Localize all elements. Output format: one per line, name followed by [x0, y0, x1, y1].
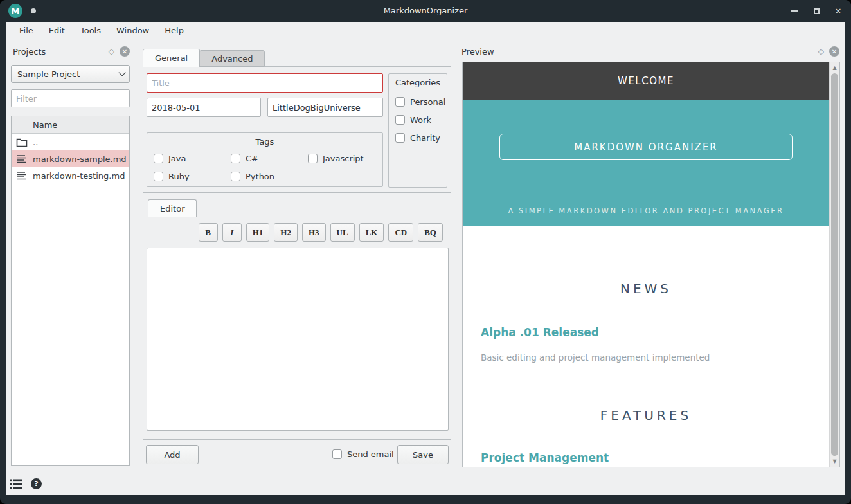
- close-icon[interactable]: ✕: [833, 6, 843, 16]
- h2-button[interactable]: H2: [274, 223, 298, 242]
- checkbox-ruby[interactable]: Ruby: [154, 172, 190, 181]
- help-icon[interactable]: ?: [31, 478, 42, 489]
- checkbox-label: Personal: [410, 97, 445, 107]
- file-name: markdown-sample.md: [33, 154, 127, 164]
- checkbox-python[interactable]: Python: [231, 172, 274, 181]
- menu-help[interactable]: Help: [157, 22, 192, 40]
- feature-item-title: Project Management: [481, 451, 609, 464]
- tags-label: Tags: [147, 133, 382, 147]
- checkbox-label: C#: [246, 154, 258, 163]
- author-field[interactable]: [267, 98, 383, 117]
- chevron-down-icon: [118, 69, 125, 76]
- preview-welcome-banner: WELCOME: [463, 62, 829, 100]
- checkbox-label: Work: [410, 115, 431, 125]
- h1-button[interactable]: H1: [246, 223, 270, 242]
- preview-panel: WELCOME MARKDOWN ORGANIZER A SIMPLE MARK…: [462, 62, 840, 467]
- categories-group: Categories Personal Work Charity: [388, 73, 447, 188]
- list-item-markdown-sample[interactable]: markdown-sample.md: [12, 150, 129, 167]
- filter-input[interactable]: [11, 89, 130, 107]
- file-name: markdown-testing.md: [33, 171, 125, 181]
- preview-document: WELCOME MARKDOWN ORGANIZER A SIMPLE MARK…: [463, 62, 829, 467]
- checkbox-icon: [332, 449, 342, 459]
- add-button[interactable]: Add: [146, 445, 199, 464]
- bold-button[interactable]: B: [199, 223, 218, 242]
- tab-general[interactable]: General: [143, 49, 200, 67]
- file-icon: [16, 154, 28, 164]
- statusbar: ?: [6, 473, 845, 495]
- preview-dock-header: Preview ◇ ✕: [461, 44, 839, 59]
- tab-editor[interactable]: Editor: [148, 199, 197, 217]
- menu-tools[interactable]: Tools: [73, 22, 109, 40]
- editor-panel: B I H1 H2 H3 UL LK CD BQ: [143, 217, 451, 440]
- titlebar: M MarkdownOrganizer ✕: [0, 0, 851, 22]
- scroll-up-icon[interactable]: ▲: [830, 63, 839, 73]
- categories-label: Categories: [389, 74, 447, 87]
- menu-window[interactable]: Window: [109, 22, 157, 40]
- projects-dock-header: Projects ◇ ✕: [13, 44, 130, 59]
- tags-group: Tags Java C# Javascript Ruby: [147, 132, 383, 187]
- blockquote-button[interactable]: BQ: [418, 223, 443, 242]
- h3-button[interactable]: H3: [302, 223, 326, 242]
- list-item-markdown-testing[interactable]: markdown-testing.md: [12, 167, 129, 184]
- window-title: MarkdownOrganizer: [0, 0, 851, 22]
- checkbox-work[interactable]: Work: [395, 115, 431, 125]
- list-item-parent-dir[interactable]: ..: [12, 134, 129, 150]
- news-item-body: Basic editing and project management imp…: [481, 352, 710, 363]
- checkbox-personal[interactable]: Personal: [395, 97, 445, 107]
- close-dock-icon[interactable]: ✕: [120, 46, 130, 57]
- news-item-title: Alpha .01 Released: [481, 326, 599, 339]
- checkbox-label: Charity: [410, 133, 440, 143]
- maximize-icon[interactable]: [811, 6, 821, 16]
- preview-hero-subtitle: A SIMPLE MARKDOWN EDITOR AND PROJECT MAN…: [463, 206, 829, 215]
- close-dock-icon[interactable]: ✕: [829, 46, 839, 57]
- app-body: File Edit Tools Window Help Projects ◇ ✕…: [6, 22, 845, 495]
- italic-button[interactable]: I: [222, 223, 242, 242]
- checkbox-label: Send email: [347, 449, 394, 459]
- list-header-name: Name: [12, 116, 129, 134]
- tab-advanced[interactable]: Advanced: [199, 50, 265, 67]
- date-field[interactable]: [147, 98, 261, 117]
- title-field[interactable]: [147, 73, 383, 93]
- minimize-icon[interactable]: [789, 6, 800, 16]
- link-button[interactable]: LK: [359, 223, 384, 242]
- checkbox-icon: [308, 154, 318, 163]
- save-button[interactable]: Save: [397, 445, 449, 464]
- file-icon: [16, 170, 28, 181]
- unordered-list-button[interactable]: UL: [330, 223, 355, 242]
- checkbox-label: Java: [168, 154, 186, 163]
- checkbox-icon: [395, 97, 405, 107]
- view-list-icon[interactable]: [10, 478, 22, 490]
- scrollbar-thumb[interactable]: [831, 73, 838, 456]
- form-tabs: General Advanced: [143, 49, 265, 67]
- checkbox-label: Ruby: [168, 172, 190, 181]
- editor-toolbar: B I H1 H2 H3 UL LK CD BQ: [199, 223, 443, 242]
- preview-dock-title: Preview: [461, 47, 494, 57]
- checkbox-label: Python: [246, 172, 274, 181]
- news-heading: NEWS: [463, 281, 829, 296]
- checkbox-icon: [231, 172, 240, 181]
- float-dock-icon[interactable]: ◇: [109, 47, 114, 56]
- checkbox-label: Javascript: [323, 154, 364, 163]
- folder-icon: [16, 137, 28, 147]
- file-name: ..: [33, 138, 38, 147]
- scroll-down-icon[interactable]: ▼: [830, 456, 839, 466]
- send-email-checkbox[interactable]: Send email: [332, 449, 394, 459]
- checkbox-icon: [231, 154, 240, 163]
- editor-textarea[interactable]: [147, 248, 449, 431]
- checkbox-javascript[interactable]: Javascript: [308, 154, 364, 163]
- checkbox-csharp[interactable]: C#: [231, 154, 258, 163]
- checkbox-java[interactable]: Java: [154, 154, 186, 163]
- menubar: File Edit Tools Window Help: [6, 22, 845, 40]
- features-heading: FEATURES: [463, 408, 829, 423]
- menu-edit[interactable]: Edit: [41, 22, 73, 40]
- preview-scrollbar[interactable]: ▲ ▼: [829, 62, 839, 467]
- code-button[interactable]: CD: [388, 223, 413, 242]
- editor-tabs: Editor: [148, 199, 197, 217]
- menu-file[interactable]: File: [12, 22, 41, 40]
- project-file-list: Name .. markdown-sample.md: [11, 116, 130, 466]
- project-select[interactable]: Sample Project: [11, 65, 130, 83]
- checkbox-charity[interactable]: Charity: [395, 133, 440, 143]
- checkbox-icon: [395, 133, 405, 143]
- general-tab-panel: Categories Personal Work Charity Tags: [143, 66, 451, 193]
- float-dock-icon[interactable]: ◇: [818, 47, 824, 56]
